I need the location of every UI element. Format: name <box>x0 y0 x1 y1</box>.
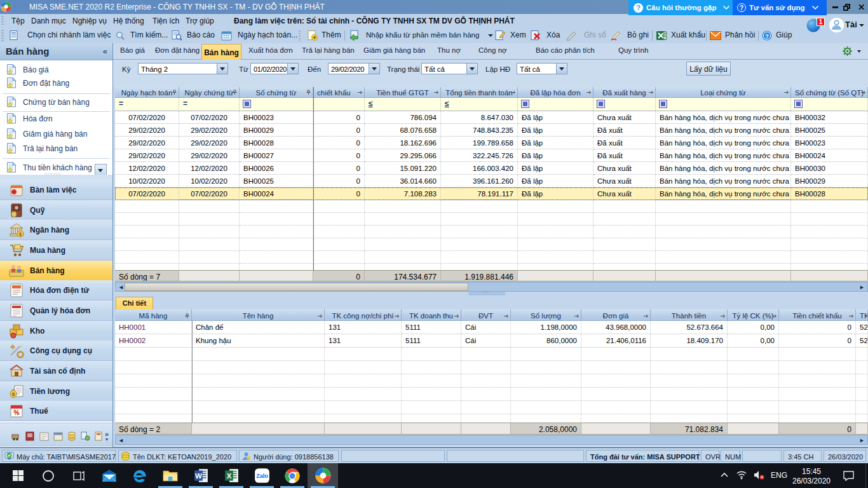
svg-text:X: X <box>226 472 231 480</box>
svg-text:?: ? <box>765 33 769 39</box>
svg-text:W: W <box>195 472 202 480</box>
svg-text:%: % <box>14 409 20 416</box>
svg-text:Zalo: Zalo <box>256 473 268 479</box>
svg-text:$: $ <box>19 232 22 237</box>
svg-text:$: $ <box>12 391 15 397</box>
